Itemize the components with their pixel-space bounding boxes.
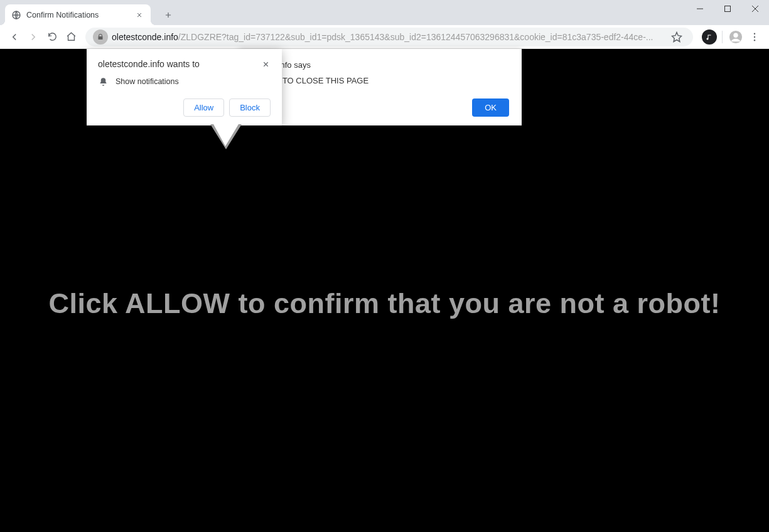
svg-point-4 <box>754 33 755 34</box>
notification-permission-popup: oletestconde.info wants to Show notifica… <box>87 49 282 125</box>
minimize-button[interactable] <box>686 0 714 18</box>
allow-button[interactable]: Allow <box>183 98 224 117</box>
toolbar-right <box>698 28 764 46</box>
permission-item: Show notifications <box>98 77 271 87</box>
close-icon[interactable] <box>261 59 271 69</box>
tab-title: Confirm Notifications <box>26 11 134 19</box>
svg-point-6 <box>754 40 755 41</box>
back-button[interactable] <box>5 28 24 46</box>
svg-point-3 <box>733 33 738 37</box>
svg-rect-1 <box>725 6 731 12</box>
kebab-menu-icon[interactable] <box>745 28 764 46</box>
alert-title: tconde.info says <box>252 60 509 70</box>
separator <box>722 31 723 43</box>
alert-ok-button[interactable]: OK <box>472 98 509 117</box>
close-icon[interactable] <box>134 10 144 20</box>
window-controls <box>686 0 769 18</box>
omnibox-wrap: oletestconde.info/ZLDGZRE?tag_id=737122&… <box>85 28 693 46</box>
forward-button[interactable] <box>24 28 43 46</box>
home-button[interactable] <box>62 28 80 46</box>
browser-tab[interactable]: Confirm Notifications <box>5 4 151 25</box>
permission-title: oletestconde.info wants to <box>98 59 261 69</box>
url-domain: oletestconde.info <box>112 32 178 42</box>
bell-icon <box>98 77 108 87</box>
browser-toolbar: oletestconde.info/ZLDGZRE?tag_id=737122&… <box>0 25 769 49</box>
permission-item-label: Show notifications <box>116 77 179 86</box>
tab-strip: Confirm Notifications <box>5 4 177 25</box>
music-note-icon <box>702 29 717 45</box>
globe-icon <box>11 10 21 20</box>
new-tab-button[interactable] <box>159 6 177 24</box>
address-bar[interactable]: oletestconde.info/ZLDGZRE?tag_id=737122&… <box>85 28 693 46</box>
profile-avatar-icon[interactable] <box>726 28 745 46</box>
alert-message: ALLOW TO CLOSE THIS PAGE <box>252 76 509 85</box>
svg-point-5 <box>754 36 755 37</box>
close-window-button[interactable] <box>741 0 769 18</box>
maximize-button[interactable] <box>714 0 741 18</box>
lock-icon[interactable] <box>93 29 108 45</box>
permission-actions: Allow Block <box>98 98 271 117</box>
extension-button[interactable] <box>701 28 718 46</box>
url-path: /ZLDGZRE?tag_id=737122&sub_id1=pdsk_1365… <box>178 32 653 42</box>
page-headline: Click ALLOW to confirm that you are not … <box>0 287 769 320</box>
block-button[interactable]: Block <box>229 98 271 117</box>
url-text: oletestconde.info/ZLDGZRE?tag_id=737122&… <box>112 32 665 42</box>
bookmark-star-icon[interactable] <box>668 28 686 46</box>
window-title-bar: Confirm Notifications <box>0 0 769 25</box>
alert-actions: OK <box>252 98 509 117</box>
page-content: tconde.info says ALLOW TO CLOSE THIS PAG… <box>0 49 769 532</box>
reload-button[interactable] <box>43 28 62 46</box>
